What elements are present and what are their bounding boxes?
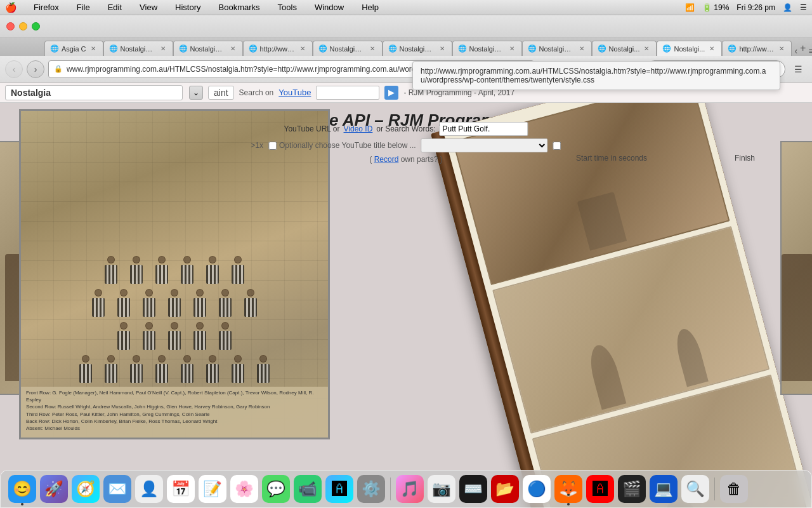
menu-file[interactable]: File (73, 1, 94, 13)
title-bar: ✕ − + (0, 15, 812, 38)
player (125, 256, 148, 288)
player (125, 355, 148, 387)
dock-terminal[interactable]: ⌨️ (459, 475, 487, 503)
dock-contacts[interactable]: 👤 (135, 475, 163, 503)
tab-close-4[interactable]: ✕ (368, 44, 377, 53)
menu-bar: 🍎 Firefox File Edit View History Bookmar… (0, 0, 812, 15)
dock-reminders[interactable]: 📝 (199, 475, 226, 503)
tab-2[interactable]: 🌐 Nostalgia C ✕ (173, 41, 243, 56)
youtube-url-label: YouTube URL or (284, 124, 339, 133)
browser-window: ✕ − + 🌐 Asgia C ✕ 🌐 Nostalgia C ✕ 🌐 Nost… (0, 15, 812, 508)
tab-close-5[interactable]: ✕ (438, 44, 447, 53)
record-checkbox[interactable] (268, 142, 277, 150)
dock-chrome[interactable]: 🔵 (523, 475, 551, 503)
maximize-button[interactable]: + (32, 22, 40, 30)
youtube-link[interactable]: YouTube (278, 88, 311, 97)
dock-messages[interactable]: 💬 (262, 475, 290, 503)
tab-close-6[interactable]: ✕ (508, 44, 516, 53)
dock-launchpad[interactable]: 🚀 (40, 475, 68, 503)
tab-scroll-left[interactable]: ‹ (792, 46, 800, 56)
dock-screenrecorder[interactable]: 🎬 (618, 475, 646, 503)
tab-8[interactable]: 🌐 Nostalgi... ✕ (592, 41, 657, 56)
title-dropdown[interactable] (421, 138, 548, 152)
tab-4[interactable]: 🌐 Nostalgia C ✕ (313, 41, 383, 56)
dock-remote[interactable]: 💻 (650, 475, 678, 503)
tab-close-1[interactable]: ✕ (159, 44, 167, 53)
tab-6[interactable]: 🌐 Nostalgia C ✕ (452, 41, 522, 56)
new-tab-button[interactable]: + (800, 41, 806, 56)
checkbox-wrap[interactable]: Optionally choose YouTube title below ..… (268, 141, 416, 150)
back-button[interactable]: ‹ (5, 60, 23, 78)
player (188, 322, 211, 354)
dock-firefox[interactable]: 🦊 (554, 475, 582, 503)
dock-filezilla[interactable]: 📂 (491, 475, 519, 503)
tab-close-3[interactable]: ✕ (298, 44, 307, 53)
dock-itunes[interactable]: 🎵 (396, 475, 424, 503)
tab-0[interactable]: 🌐 Asgia C ✕ (44, 41, 103, 56)
close-button[interactable]: ✕ (6, 22, 15, 30)
dock-finder[interactable]: 😊 (8, 475, 36, 503)
dock-adobe[interactable]: 🅰 (586, 475, 614, 503)
apple-menu[interactable]: 🍎 (5, 2, 17, 13)
tab-favicon-10: 🌐 (728, 44, 737, 53)
tab-label-6: Nostalgia C (469, 45, 505, 53)
tab-scroll-right[interactable]: ≡ (806, 46, 812, 56)
minimize-button[interactable]: − (19, 22, 27, 30)
tab-favicon-8: 🌐 (598, 44, 606, 53)
youtube-search-input[interactable] (316, 86, 379, 100)
tab-close-2[interactable]: ✕ (228, 44, 237, 53)
url-tooltip: http://www.rjmprogramming.com.au/HTMLCSS… (412, 61, 780, 90)
dock-trash[interactable]: 🗑 (720, 475, 748, 503)
player (214, 322, 237, 354)
dock-photos[interactable]: 🌸 (230, 475, 258, 503)
player (100, 355, 122, 387)
player (100, 256, 122, 288)
menu-help[interactable]: Help (358, 1, 383, 13)
nostalgia-title-dropdown[interactable]: ⌄ (189, 86, 203, 100)
tab-close-10[interactable]: ✕ (777, 44, 786, 53)
nostalgia-title-input[interactable] (5, 85, 183, 100)
menu-tools[interactable]: Tools (274, 1, 301, 13)
menu-bookmarks[interactable]: Bookmarks (215, 1, 264, 13)
dock-settings[interactable]: ⚙️ (357, 475, 385, 503)
tab-1[interactable]: 🌐 Nostalgia C ✕ (103, 41, 173, 56)
forward-button[interactable]: › (27, 60, 44, 78)
youtube-search-button[interactable]: ▶ (384, 86, 398, 100)
menu-edit[interactable]: Edit (104, 1, 126, 13)
tab-label-7: Nostalgia C (539, 45, 575, 53)
player (138, 289, 160, 321)
tab-7[interactable]: 🌐 Nostalgia C ✕ (522, 41, 592, 56)
nostalgia-aint-text: aint (208, 86, 234, 100)
player (87, 289, 110, 321)
dock-facetime[interactable]: 📹 (294, 475, 322, 503)
dock-finder2[interactable]: 🔍 (681, 475, 709, 503)
tab-9[interactable]: 🌐 Nostalgi... ✕ (657, 41, 722, 56)
tab-favicon-1: 🌐 (109, 44, 118, 53)
record-link[interactable]: Record (374, 155, 399, 164)
tab-10[interactable]: 🌐 http://www... ✕ (722, 41, 792, 56)
tab-close-7[interactable]: ✕ (577, 44, 586, 53)
dock-safari[interactable]: 🧭 (72, 475, 100, 503)
photo-caption: Front Row: G. Fogle (Manager), Neil Hamm… (21, 387, 328, 438)
menu-window[interactable]: Window (311, 1, 348, 13)
tab-3[interactable]: 🌐 http://www.rjm... ✕ (243, 41, 313, 56)
menu-view[interactable]: View (136, 1, 161, 13)
clock: Fri 9:26 pm (737, 3, 775, 12)
tab-close-9[interactable]: ✕ (707, 44, 716, 53)
tab-close-0[interactable]: ✕ (89, 44, 98, 53)
team-row-2 (34, 289, 315, 321)
menu-history[interactable]: History (171, 1, 204, 13)
player (188, 289, 211, 321)
dock-calendar[interactable]: 📅 (167, 475, 195, 503)
dock-mail[interactable]: ✉️ (103, 475, 131, 503)
tab-close-8[interactable]: ✕ (642, 44, 651, 53)
confirm-checkbox[interactable] (553, 142, 561, 150)
dock-appstore[interactable]: 🅰 (325, 475, 353, 503)
menu-button[interactable]: ☰ (789, 60, 807, 78)
tab-5[interactable]: 🌐 Nostalgia C ✕ (383, 41, 452, 56)
content-area: Video Lookup via YouTube API – RJM Progr… (0, 103, 812, 508)
video-id-link[interactable]: Video ID (344, 124, 373, 133)
dock-iphoto[interactable]: 📷 (428, 475, 455, 503)
search-words-input[interactable] (440, 122, 528, 136)
menu-firefox[interactable]: Firefox (30, 1, 63, 13)
